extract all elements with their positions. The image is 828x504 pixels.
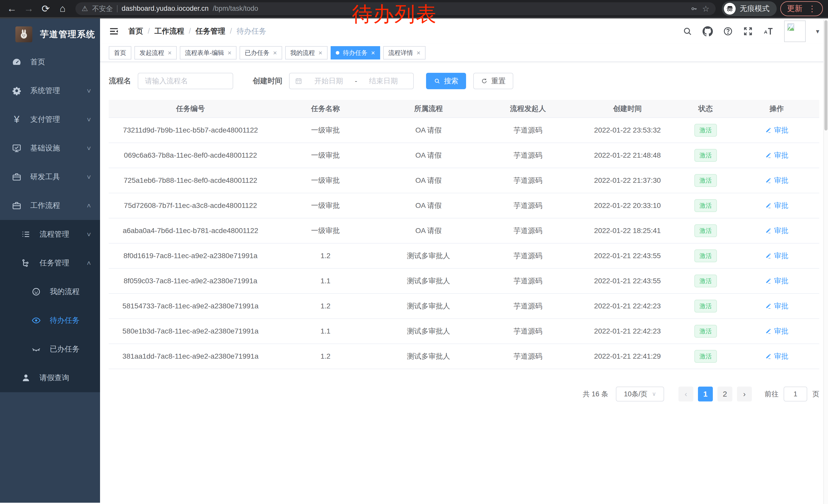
sidebar-item-system[interactable]: 系统管理 >: [0, 77, 100, 105]
sidebar-item-infra[interactable]: 基础设施 >: [0, 134, 100, 163]
sidebar-fold-icon[interactable]: [109, 26, 119, 36]
browser-update-button[interactable]: 更新 ⋮: [780, 1, 823, 16]
approve-link[interactable]: 审批: [765, 125, 788, 135]
tab[interactable]: 待办任务 ×: [331, 46, 380, 59]
fullscreen-icon[interactable]: [743, 27, 753, 36]
table-row[interactable]: 8f0d1619-7ac8-11ec-a9e2-a2380e71991a 1.2…: [109, 243, 819, 269]
approve-link[interactable]: 审批: [765, 301, 788, 311]
tabs-bar: 首页 发起流程 × 流程表单-编辑 ×: [100, 44, 828, 62]
app-logo[interactable]: 芋道管理系统: [0, 18, 100, 44]
page-scrollbar[interactable]: [823, 20, 828, 504]
edit-pen-icon: [765, 278, 772, 284]
face-icon: [30, 287, 42, 296]
table-row[interactable]: 381aa1dd-7ac8-11ec-a9e2-a2380e71991a 1.2…: [109, 344, 819, 369]
page-size-select[interactable]: 10条/页 ∨: [616, 386, 664, 402]
calendar-icon: [295, 77, 302, 85]
tab[interactable]: 我的流程 ×: [285, 46, 328, 59]
tab-close-icon[interactable]: ×: [371, 49, 375, 57]
tab-label: 已办任务: [245, 49, 269, 57]
forward-icon[interactable]: →: [22, 3, 35, 14]
tab[interactable]: 首页: [109, 46, 131, 59]
approve-link[interactable]: 审批: [765, 251, 788, 261]
sidebar-item-payment[interactable]: ¥ 支付管理 >: [0, 105, 100, 134]
page-button-1[interactable]: 1: [698, 386, 713, 402]
tab-close-icon[interactable]: ×: [319, 49, 322, 57]
sidebar-item-workflow[interactable]: 工作流程 >: [0, 191, 100, 220]
github-icon[interactable]: [703, 26, 713, 36]
date-range-picker[interactable]: 开始日期 - 结束日期: [289, 73, 414, 89]
cell-created: 2022-01-21 22:41:29: [578, 352, 677, 360]
tab[interactable]: 发起流程 ×: [134, 46, 177, 59]
scrollbar-thumb[interactable]: [824, 20, 827, 131]
cell-created: 2022-01-21 22:43:55: [578, 277, 677, 285]
warning-icon[interactable]: ⚠: [82, 4, 88, 13]
reload-icon[interactable]: ⟳: [39, 3, 52, 14]
tab[interactable]: 已办任务 ×: [240, 46, 282, 59]
page-button-2[interactable]: 2: [717, 386, 732, 402]
breadcrumb-item[interactable]: 任务管理: [196, 26, 237, 36]
home-icon[interactable]: ⌂: [56, 3, 69, 14]
monitor-icon: [11, 143, 23, 153]
sidebar-item-devtools[interactable]: 研发工具 >: [0, 163, 100, 191]
help-icon[interactable]: [723, 27, 733, 36]
tab-close-icon[interactable]: ×: [168, 49, 172, 57]
tab[interactable]: 流程表单-编辑 ×: [180, 46, 237, 59]
table-row[interactable]: 73211d9d-7b9b-11ec-b5b7-acde48001122 一级审…: [109, 118, 819, 143]
sidebar-item-todo-task[interactable]: 待办任务: [0, 306, 100, 335]
sidebar-item-leave-query[interactable]: 请假查询: [0, 364, 100, 392]
reset-button[interactable]: 重置: [473, 73, 513, 89]
breadcrumb-item[interactable]: 待办任务: [237, 26, 266, 36]
url-divider: [117, 5, 118, 12]
sidebar-item-my-process[interactable]: 我的流程: [0, 277, 100, 306]
column-header: 操作: [734, 104, 819, 113]
process-name-input[interactable]: [138, 73, 233, 89]
url-path: /bpm/task/todo: [213, 5, 258, 12]
tab-close-icon[interactable]: ×: [227, 49, 232, 57]
approve-link[interactable]: 审批: [765, 352, 788, 361]
sidebar-item-done-task[interactable]: 已办任务: [0, 335, 100, 364]
navbar-actions: ▾: [682, 20, 819, 42]
sidebar-item-task-mgmt[interactable]: 任务管理 >: [0, 249, 100, 277]
bookmark-star-icon[interactable]: ☆: [702, 4, 709, 13]
sidebar-item-home[interactable]: 首页: [0, 48, 100, 77]
browser-menu-icon[interactable]: ⋮: [808, 4, 816, 13]
approve-link[interactable]: 审批: [765, 326, 788, 336]
avatar-caret-icon[interactable]: ▾: [816, 28, 819, 35]
approve-link[interactable]: 审批: [765, 226, 788, 236]
breadcrumb-item[interactable]: 首页: [128, 26, 155, 36]
cell-task-name: 一级审批: [272, 226, 379, 236]
back-icon[interactable]: ←: [5, 3, 18, 14]
breadcrumb-item[interactable]: 工作流程: [155, 26, 196, 36]
cell-task-name: 一级审批: [272, 201, 379, 211]
search-icon[interactable]: [682, 27, 692, 36]
avatar[interactable]: [784, 20, 806, 42]
table-row[interactable]: 580e1b3d-7ac8-11ec-a9e2-a2380e71991a 1.1…: [109, 319, 819, 344]
column-header: 任务名称: [272, 104, 379, 113]
sidebar-item-process-mgmt[interactable]: 流程管理 >: [0, 220, 100, 249]
goto-page-input[interactable]: [784, 386, 807, 402]
chevron-icon: >: [85, 118, 93, 121]
column-header: 任务编号: [109, 104, 272, 113]
cell-initiator: 芋道源码: [478, 352, 578, 361]
prev-page-button[interactable]: ‹: [678, 386, 693, 402]
tab[interactable]: 流程详情 ×: [383, 46, 425, 59]
table-row[interactable]: 8f059c03-7ac8-11ec-a9e2-a2380e71991a 1.1…: [109, 269, 819, 294]
font-size-icon[interactable]: [763, 27, 774, 36]
cell-task-name: 1.2: [272, 302, 379, 310]
search-button[interactable]: 搜索: [426, 73, 466, 89]
table-row[interactable]: 75d72608-7b7f-11ec-a3c8-acde48001122 一级审…: [109, 193, 819, 218]
approve-link[interactable]: 审批: [765, 150, 788, 160]
cell-created: 2022-01-22 21:37:30: [578, 176, 677, 185]
next-page-button[interactable]: ›: [737, 386, 752, 402]
table-row[interactable]: a6aba0a4-7b6d-11ec-b781-acde48001122 一级审…: [109, 218, 819, 243]
approve-link[interactable]: 审批: [765, 276, 788, 286]
table-row[interactable]: 58154733-7ac8-11ec-a9e2-a2380e71991a 1.2…: [109, 294, 819, 319]
tab-close-icon[interactable]: ×: [417, 49, 420, 57]
approve-link[interactable]: 审批: [765, 201, 788, 211]
task-table: 任务编号任务名称所属流程流程发起人创建时间状态操作 73211d9d-7b9b-…: [109, 100, 819, 369]
table-row[interactable]: 725a1eb6-7b88-11ec-8ef0-acde48001122 一级审…: [109, 168, 819, 193]
key-icon[interactable]: [690, 5, 698, 12]
tab-close-icon[interactable]: ×: [273, 49, 277, 57]
approve-link[interactable]: 审批: [765, 176, 788, 185]
table-row[interactable]: 069c6a63-7b8a-11ec-8ef0-acde48001122 一级审…: [109, 143, 819, 168]
